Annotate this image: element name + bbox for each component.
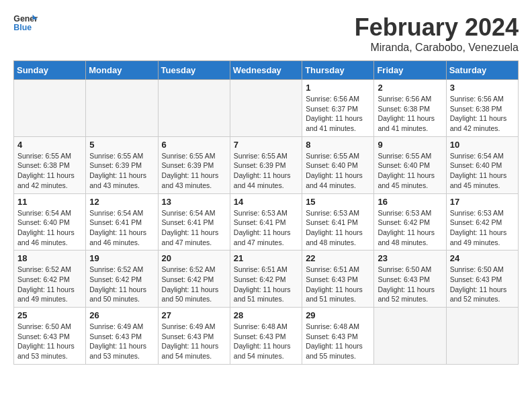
calendar-cell: 29Sunrise: 6:48 AMSunset: 6:43 PMDayligh… xyxy=(302,308,374,365)
day-number: 6 xyxy=(162,140,226,150)
day-header-thursday: Thursday xyxy=(302,61,374,80)
logo: General Blue xyxy=(13,13,38,34)
calendar-cell: 4Sunrise: 6:55 AMSunset: 6:38 PMDaylight… xyxy=(14,136,86,193)
day-info: Sunrise: 6:51 AMSunset: 6:43 PMDaylight:… xyxy=(306,265,370,304)
day-number: 11 xyxy=(17,197,82,207)
day-number: 3 xyxy=(450,83,515,93)
day-number: 28 xyxy=(234,310,298,320)
day-info: Sunrise: 6:48 AMSunset: 6:43 PMDaylight:… xyxy=(234,322,298,361)
calendar-cell xyxy=(14,80,86,137)
title-area: February 2024 Miranda, Carabobo, Venezue… xyxy=(355,13,519,54)
day-number: 5 xyxy=(89,140,154,150)
day-header-wednesday: Wednesday xyxy=(230,61,302,80)
day-info: Sunrise: 6:56 AMSunset: 6:38 PMDaylight:… xyxy=(450,94,515,134)
day-number: 10 xyxy=(450,140,515,150)
day-info: Sunrise: 6:50 AMSunset: 6:43 PMDaylight:… xyxy=(378,265,442,304)
day-info: Sunrise: 6:55 AMSunset: 6:39 PMDaylight:… xyxy=(234,151,298,191)
day-info: Sunrise: 6:53 AMSunset: 6:42 PMDaylight:… xyxy=(378,208,442,248)
day-number: 4 xyxy=(17,140,82,150)
calendar-cell: 16Sunrise: 6:53 AMSunset: 6:42 PMDayligh… xyxy=(374,193,446,250)
day-header-monday: Monday xyxy=(86,61,158,80)
day-number: 19 xyxy=(89,253,154,263)
day-number: 25 xyxy=(17,310,82,320)
calendar-week-4: 18Sunrise: 6:52 AMSunset: 6:42 PMDayligh… xyxy=(14,250,519,308)
calendar-cell xyxy=(374,308,446,365)
calendar-cell: 3Sunrise: 6:56 AMSunset: 6:38 PMDaylight… xyxy=(446,80,518,137)
day-info: Sunrise: 6:50 AMSunset: 6:43 PMDaylight:… xyxy=(450,265,515,304)
day-info: Sunrise: 6:52 AMSunset: 6:42 PMDaylight:… xyxy=(162,265,226,304)
day-number: 14 xyxy=(234,197,298,207)
day-header-friday: Friday xyxy=(374,61,446,80)
day-info: Sunrise: 6:51 AMSunset: 6:42 PMDaylight:… xyxy=(234,265,298,304)
day-number: 13 xyxy=(162,197,226,207)
day-number: 18 xyxy=(17,253,82,263)
day-header-sunday: Sunday xyxy=(14,61,86,80)
calendar-cell: 11Sunrise: 6:54 AMSunset: 6:40 PMDayligh… xyxy=(14,193,86,250)
calendar-cell: 19Sunrise: 6:52 AMSunset: 6:42 PMDayligh… xyxy=(86,250,158,308)
day-number: 7 xyxy=(234,140,298,150)
day-number: 23 xyxy=(378,253,442,263)
header-row: SundayMondayTuesdayWednesdayThursdayFrid… xyxy=(14,61,519,80)
day-number: 24 xyxy=(450,253,515,263)
day-info: Sunrise: 6:50 AMSunset: 6:43 PMDaylight:… xyxy=(17,322,82,361)
calendar-table: SundayMondayTuesdayWednesdayThursdayFrid… xyxy=(13,60,519,365)
day-info: Sunrise: 6:52 AMSunset: 6:42 PMDaylight:… xyxy=(17,265,82,304)
day-number: 29 xyxy=(306,310,370,320)
day-info: Sunrise: 6:55 AMSunset: 6:40 PMDaylight:… xyxy=(306,151,370,191)
header: General Blue February 2024 Miranda, Cara… xyxy=(13,13,519,54)
calendar-subtitle: Miranda, Carabobo, Venezuela xyxy=(355,42,519,54)
calendar-body: 1Sunrise: 6:56 AMSunset: 6:37 PMDaylight… xyxy=(14,80,519,365)
day-info: Sunrise: 6:48 AMSunset: 6:43 PMDaylight:… xyxy=(306,322,370,361)
calendar-week-3: 11Sunrise: 6:54 AMSunset: 6:40 PMDayligh… xyxy=(14,193,519,250)
calendar-header: SundayMondayTuesdayWednesdayThursdayFrid… xyxy=(14,61,519,80)
day-info: Sunrise: 6:56 AMSunset: 6:38 PMDaylight:… xyxy=(378,94,442,134)
day-number: 27 xyxy=(162,310,226,320)
day-info: Sunrise: 6:54 AMSunset: 6:40 PMDaylight:… xyxy=(17,208,82,248)
calendar-cell: 5Sunrise: 6:55 AMSunset: 6:39 PMDaylight… xyxy=(86,136,158,193)
calendar-cell: 23Sunrise: 6:50 AMSunset: 6:43 PMDayligh… xyxy=(374,250,446,308)
calendar-cell: 13Sunrise: 6:54 AMSunset: 6:41 PMDayligh… xyxy=(158,193,230,250)
calendar-cell: 21Sunrise: 6:51 AMSunset: 6:42 PMDayligh… xyxy=(230,250,302,308)
logo-icon: General Blue xyxy=(13,13,38,34)
calendar-cell: 15Sunrise: 6:53 AMSunset: 6:41 PMDayligh… xyxy=(302,193,374,250)
calendar-cell xyxy=(230,80,302,137)
day-header-saturday: Saturday xyxy=(446,61,518,80)
day-info: Sunrise: 6:55 AMSunset: 6:39 PMDaylight:… xyxy=(162,151,226,191)
calendar-cell: 14Sunrise: 6:53 AMSunset: 6:41 PMDayligh… xyxy=(230,193,302,250)
day-number: 22 xyxy=(306,253,370,263)
day-info: Sunrise: 6:53 AMSunset: 6:42 PMDaylight:… xyxy=(450,208,515,248)
calendar-cell xyxy=(158,80,230,137)
day-header-tuesday: Tuesday xyxy=(158,61,230,80)
day-number: 2 xyxy=(378,83,442,93)
day-info: Sunrise: 6:54 AMSunset: 6:40 PMDaylight:… xyxy=(450,151,515,191)
day-info: Sunrise: 6:53 AMSunset: 6:41 PMDaylight:… xyxy=(306,208,370,248)
calendar-cell: 10Sunrise: 6:54 AMSunset: 6:40 PMDayligh… xyxy=(446,136,518,193)
day-info: Sunrise: 6:54 AMSunset: 6:41 PMDaylight:… xyxy=(162,208,226,248)
calendar-cell: 28Sunrise: 6:48 AMSunset: 6:43 PMDayligh… xyxy=(230,308,302,365)
day-info: Sunrise: 6:55 AMSunset: 6:38 PMDaylight:… xyxy=(17,151,82,191)
day-number: 21 xyxy=(234,253,298,263)
calendar-cell: 2Sunrise: 6:56 AMSunset: 6:38 PMDaylight… xyxy=(374,80,446,137)
calendar-cell: 25Sunrise: 6:50 AMSunset: 6:43 PMDayligh… xyxy=(14,308,86,365)
day-number: 17 xyxy=(450,197,515,207)
calendar-cell: 7Sunrise: 6:55 AMSunset: 6:39 PMDaylight… xyxy=(230,136,302,193)
calendar-cell xyxy=(86,80,158,137)
calendar-cell: 9Sunrise: 6:55 AMSunset: 6:40 PMDaylight… xyxy=(374,136,446,193)
day-info: Sunrise: 6:53 AMSunset: 6:41 PMDaylight:… xyxy=(234,208,298,248)
calendar-cell: 27Sunrise: 6:49 AMSunset: 6:43 PMDayligh… xyxy=(158,308,230,365)
day-info: Sunrise: 6:55 AMSunset: 6:40 PMDaylight:… xyxy=(378,151,442,191)
calendar-cell: 1Sunrise: 6:56 AMSunset: 6:37 PMDaylight… xyxy=(302,80,374,137)
calendar-cell: 8Sunrise: 6:55 AMSunset: 6:40 PMDaylight… xyxy=(302,136,374,193)
day-info: Sunrise: 6:49 AMSunset: 6:43 PMDaylight:… xyxy=(89,322,154,361)
day-info: Sunrise: 6:55 AMSunset: 6:39 PMDaylight:… xyxy=(89,151,154,191)
calendar-week-2: 4Sunrise: 6:55 AMSunset: 6:38 PMDaylight… xyxy=(14,136,519,193)
calendar-cell: 6Sunrise: 6:55 AMSunset: 6:39 PMDaylight… xyxy=(158,136,230,193)
day-number: 8 xyxy=(306,140,370,150)
day-number: 12 xyxy=(89,197,154,207)
calendar-week-5: 25Sunrise: 6:50 AMSunset: 6:43 PMDayligh… xyxy=(14,308,519,365)
calendar-cell: 18Sunrise: 6:52 AMSunset: 6:42 PMDayligh… xyxy=(14,250,86,308)
calendar-cell: 26Sunrise: 6:49 AMSunset: 6:43 PMDayligh… xyxy=(86,308,158,365)
day-number: 26 xyxy=(89,310,154,320)
calendar-cell: 24Sunrise: 6:50 AMSunset: 6:43 PMDayligh… xyxy=(446,250,518,308)
calendar-cell: 22Sunrise: 6:51 AMSunset: 6:43 PMDayligh… xyxy=(302,250,374,308)
